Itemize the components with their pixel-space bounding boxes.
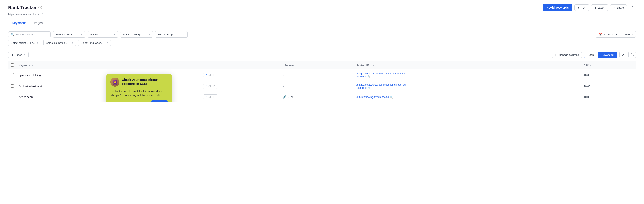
countries-filter[interactable]: Select countries... ▼ — [43, 40, 76, 46]
ranked-url-cell: /magazine/2019/10/four-essential-full-bu… — [354, 81, 581, 92]
avatar-image: 🧕 — [110, 78, 120, 87]
export-button[interactable]: ⬇ Export — [591, 4, 608, 11]
tooltip-title: Check your competitors' positions in SER… — [122, 78, 168, 86]
row-checkbox-cell — [8, 70, 16, 81]
table-row: full bust adjustment 🖥 ▶ 🇺🇸 ↗ SERP — [8, 81, 636, 92]
table-row: french seam 🖥 ▶ 🇺🇸 ↗ SERP — [8, 92, 636, 102]
search-icon-small: 🔍 — [390, 96, 393, 98]
table-wrapper: 🧕 Check your competitors' positions in S… — [8, 61, 636, 102]
manage-columns-button[interactable]: ⊞ Manage columns — [552, 52, 582, 58]
row-checkbox[interactable] — [11, 84, 14, 88]
got-it-button[interactable]: Got it — [151, 100, 168, 102]
serp-column-header — [201, 61, 280, 70]
serp-button[interactable]: ↗ SERP — [203, 72, 217, 78]
cpc-cell: $0.00 — [581, 70, 636, 81]
row-checkbox-cell — [8, 92, 16, 102]
filters-row-2: Select target URLs... ▼ Select countries… — [8, 40, 636, 46]
search-icon: 🔍 — [11, 33, 14, 36]
ranked-url-link[interactable]: /articles/sewing-french-seams — [356, 96, 389, 98]
ranked-url-cell: /magazine/2022/01/guide-printed-garments… — [354, 70, 581, 81]
basic-view-button[interactable]: Basic — [584, 52, 598, 58]
export-dropdown-button[interactable]: ⬇ Export ▼ — [8, 52, 28, 58]
features-cell: - — [280, 81, 354, 92]
pdf-button[interactable]: ⬇ PDF — [574, 4, 589, 11]
competitor-tooltip: 🧕 Check your competitors' positions in S… — [106, 74, 172, 102]
pdf-icon: ⬇ — [578, 6, 580, 9]
chevron-down-icon: ▼ — [71, 42, 74, 44]
cpc-cell: $0.00 — [581, 92, 636, 102]
calendar-icon: 📅 — [598, 33, 602, 36]
tooltip-header: 🧕 Check your competitors' positions in S… — [110, 78, 168, 87]
columns-icon: ⊞ — [555, 53, 557, 56]
sort-icon: ⇅ — [372, 64, 374, 67]
target-urls-filter[interactable]: Select target URLs... ▼ — [8, 40, 41, 46]
keyword-search-input[interactable] — [15, 33, 48, 36]
page-title: Rank Tracker — [8, 5, 36, 10]
cpc-column-header: CPC ⇅ — [581, 61, 636, 70]
serp-cell: ↗ SERP — [201, 92, 280, 102]
serp-button[interactable]: ↗ SERP — [203, 84, 217, 89]
trend-icon: ↗ — [206, 74, 208, 76]
site-url: https://www.seamwork.com ↗ — [8, 13, 636, 16]
trend-icon: ↗ — [206, 96, 208, 98]
chevron-down-icon: ▼ — [24, 54, 26, 56]
view-toggle: Basic Advanced — [584, 52, 618, 58]
filters-row-1: 🔍 Select devices... ▼ Volume ▼ Select ra… — [8, 31, 636, 38]
table-header-row: Keywords ⇅ o features Ranked URL ⇅ CPC ⇅ — [8, 61, 636, 70]
header-actions: + Add keywords ⬇ PDF ⬇ Export ↗ Share ⋮ — [543, 4, 636, 11]
volume-filter[interactable]: Volume ▼ — [88, 31, 118, 38]
toolbar-right: ⊞ Manage columns Basic Advanced ↗ ⛶ — [552, 52, 636, 58]
site-url-link[interactable]: https://www.seamwork.com — [8, 13, 40, 16]
external-link-icon: ↗ — [41, 13, 43, 16]
sort-icon: ⇅ — [590, 64, 592, 67]
trend-icon: ↗ — [206, 85, 208, 88]
devices-filter[interactable]: Select devices... ▼ — [53, 31, 86, 38]
help-icon[interactable]: ? — [38, 6, 42, 10]
date-range-filter[interactable]: 📅 11/21/2023 - 11/21/2023 — [596, 31, 636, 38]
languages-filter[interactable]: Select languages... ▼ — [78, 40, 111, 46]
ranked-url-link[interactable]: /magazine/2019/10/four-essential-full-bu… — [356, 84, 406, 89]
keywords-table: Keywords ⇅ o features Ranked URL ⇅ CPC ⇅ — [8, 61, 636, 102]
row-checkbox-cell — [8, 81, 16, 92]
toolbar: ⬇ Export ▼ ⊞ Manage columns Basic Advanc… — [8, 52, 636, 58]
advanced-view-button[interactable]: Advanced — [598, 52, 617, 58]
more-actions-button[interactable]: ⋮ — [629, 4, 636, 11]
share-button[interactable]: ↗ Share — [610, 4, 627, 11]
ranked-url-link[interactable]: /magazine/2022/01/guide-printed-garments… — [356, 72, 405, 78]
chevron-down-icon: ▼ — [114, 33, 116, 36]
features-cell: 🔗 - 9 - — [280, 92, 354, 102]
chevron-down-icon: ▼ — [148, 33, 150, 36]
icons-column-header — [133, 61, 201, 70]
expand-icon-button[interactable]: ⛶ — [628, 52, 636, 58]
select-all-checkbox[interactable] — [11, 63, 14, 67]
keyword-search-filter[interactable]: 🔍 — [8, 32, 51, 38]
search-icon-small: 🔍 — [368, 76, 370, 78]
tab-pages[interactable]: Pages — [30, 19, 46, 27]
row-checkbox[interactable] — [11, 73, 14, 76]
chevron-down-icon: ▼ — [36, 42, 39, 44]
serp-button[interactable]: ↗ SERP — [203, 94, 217, 99]
chevron-down-icon: ▼ — [183, 33, 185, 36]
export-icon: ⬇ — [594, 6, 596, 9]
share-icon: ↗ — [613, 6, 616, 9]
groups-filter[interactable]: Select groups... ▼ — [155, 31, 188, 38]
link-icon: 🔗 — [283, 95, 286, 98]
tab-keywords[interactable]: Keywords — [8, 19, 30, 27]
search-icon-small: 🔍 — [368, 87, 371, 89]
chevron-down-icon: ▼ — [106, 42, 108, 44]
serp-cell: ↗ SERP — [201, 81, 280, 92]
ranked-url-column-header: Ranked URL ⇅ — [354, 61, 581, 70]
ranked-url-cell: /articles/sewing-french-seams 🔍 — [354, 92, 581, 102]
row-checkbox[interactable] — [11, 95, 14, 98]
keywords-column-header: Keywords ⇅ — [16, 61, 133, 70]
trend-icon-button[interactable]: ↗ — [620, 52, 626, 58]
features-column-header: o features — [280, 61, 354, 70]
toolbar-left: ⬇ Export ▼ — [8, 52, 28, 58]
tabs: Keywords Pages — [8, 19, 636, 27]
add-keywords-button[interactable]: + Add keywords — [543, 4, 572, 11]
sort-icon: ⇅ — [32, 64, 34, 67]
rankings-filter[interactable]: Select rankings... ▼ — [120, 31, 153, 38]
tooltip-body: Find out what sites rank for this keywor… — [110, 89, 168, 97]
cpc-cell: $0.00 — [581, 81, 636, 92]
download-icon: ⬇ — [11, 53, 14, 56]
